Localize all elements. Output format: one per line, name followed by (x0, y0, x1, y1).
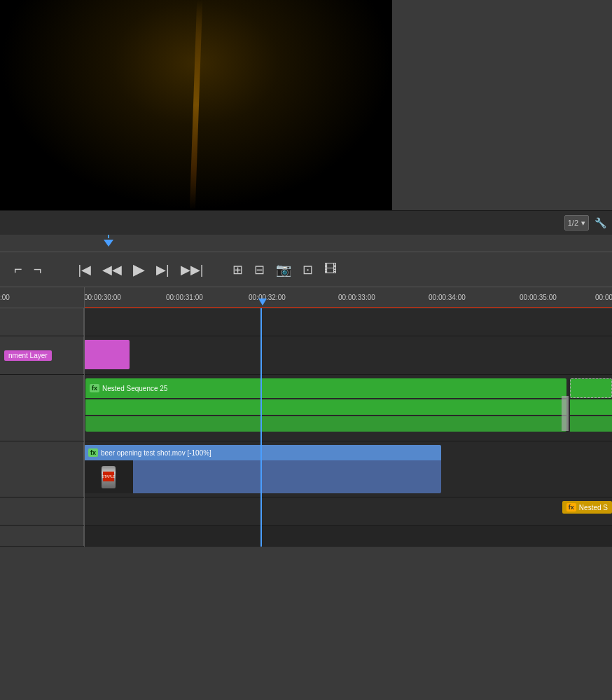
time-label-5: 00:00:34:00 (429, 294, 466, 301)
video-clip[interactable]: fx beer opening test shot.mov [-100%] ST… (84, 445, 441, 493)
video-preview (0, 0, 392, 210)
adjustment-clip[interactable] (84, 340, 130, 369)
nested-clip-name: Nested Sequence 25 (102, 385, 167, 392)
time-label-4: 00:00:33:00 (338, 294, 375, 301)
empty-track-top (0, 308, 612, 336)
go-to-out-button[interactable]: ▶▶| (181, 262, 204, 277)
film-button[interactable]: 🎞 (324, 262, 337, 277)
can-label: STAPLE (103, 472, 114, 481)
adjustment-track-content (84, 336, 612, 374)
time-label-7: 00:00: (595, 294, 612, 301)
nested-right-mid (570, 399, 612, 415)
nested-clip-right (570, 378, 612, 437)
mark-in-button[interactable]: ⌐ (14, 261, 22, 277)
transition-marker (562, 396, 569, 431)
resolution-select[interactable]: 1/2 ▾ (564, 215, 589, 231)
video-track-content: fx beer opening test shot.mov [-100%] ST… (84, 441, 612, 497)
side-panel (392, 0, 612, 210)
nested-clip-bot-bar (85, 416, 566, 432)
time-ruler: :00 00:00:30:00 00:00:31:00 00:00:32:00 … (0, 287, 612, 308)
spacer-label (0, 526, 84, 546)
time-label-3: 00:00:32:00 (249, 294, 286, 301)
nested-badge-label: Nested S (579, 504, 608, 512)
video-track-label (0, 441, 84, 497)
spacer-content (84, 526, 612, 546)
time-label-0: :00 (0, 294, 10, 301)
mark-out-button[interactable]: ¬ (34, 261, 42, 277)
playhead-marker (104, 235, 113, 247)
nested-badge[interactable]: fx Nested S (562, 501, 612, 514)
bottom-track-content: fx Nested S (84, 497, 612, 525)
track-label-divider (84, 287, 85, 547)
video-frame (0, 0, 392, 210)
nested-clip-top-bar: fx Nested Sequence 25 (85, 378, 566, 398)
track-content-empty-top (84, 308, 612, 336)
nested-right-top (570, 378, 612, 398)
nested-badge-fx: fx (566, 503, 576, 512)
resolution-dropdown-icon: ▾ (581, 219, 585, 228)
preview-section (0, 0, 612, 210)
resolution-value: 1/2 (568, 219, 578, 227)
export-frame-button[interactable]: ⊡ (302, 262, 313, 277)
nested-right-bot (570, 416, 612, 432)
bottom-track-row: fx Nested S (0, 497, 612, 526)
timeline-section: :00 00:00:30:00 00:00:31:00 00:00:32:00 … (0, 287, 612, 547)
beer-can-shape: STAPLE (102, 466, 116, 488)
nested-sequence-track-row: fx Nested Sequence 25 (0, 375, 612, 441)
video-clip-name: beer opening test shot.mov [-100%] (101, 449, 211, 457)
time-label-6: 00:00:35:00 (520, 294, 557, 301)
track-area: nment Layer fx Nested Sequence 25 (0, 308, 612, 547)
adjustment-track-label: nment Layer (0, 336, 84, 374)
time-label-2: 00:00:31:00 (166, 294, 203, 301)
playhead-ruler-marker (258, 298, 267, 306)
playhead-triangle (104, 240, 113, 247)
overlay-edit-button[interactable]: ⊟ (254, 262, 265, 277)
bottom-track-label (0, 497, 84, 525)
go-to-in-button[interactable]: |◀ (78, 262, 91, 277)
insert-edit-button[interactable]: ⊞ (232, 262, 243, 277)
play-button[interactable]: ▶ (133, 261, 145, 279)
adjustment-label-text: nment Layer (4, 350, 52, 361)
settings-icon[interactable]: 🔧 (594, 217, 606, 228)
nested-clip-mid-bar (85, 399, 566, 415)
fx-badge-nested: fx (90, 384, 99, 392)
nested-track-content: fx Nested Sequence 25 (84, 375, 612, 441)
nested-sequence-clip[interactable]: fx Nested Sequence 25 (84, 378, 612, 437)
transport-controls: ⌐ ¬ |◀ ◀◀ ▶ ▶| ▶▶| ⊞ ⊟ 📷 ⊡ 🎞 (0, 252, 612, 287)
video-clip-track-row: fx beer opening test shot.mov [-100%] ST… (0, 441, 612, 497)
nested-track-label (0, 375, 84, 441)
thumbnail-image: STAPLE (84, 460, 133, 493)
time-labels: :00 00:00:30:00 00:00:31:00 00:00:32:00 … (0, 287, 612, 308)
video-clip-thumbnail: STAPLE (84, 460, 441, 493)
rewind-button[interactable]: ◀◀ (102, 262, 122, 277)
time-label-1: 00:00:30:00 (84, 294, 121, 301)
video-clip-blue-fill (133, 460, 441, 493)
camera-button[interactable]: 📷 (276, 262, 291, 277)
step-forward-button[interactable]: ▶| (156, 262, 169, 277)
adjustment-track-row: nment Layer (0, 336, 612, 375)
fx-badge-video: fx (88, 448, 98, 457)
video-streak (190, 0, 202, 210)
video-clip-header: fx beer opening test shot.mov [-100%] (84, 445, 441, 460)
timeline-ruler (0, 235, 612, 252)
controls-bar: 1/2 ▾ 🔧 (0, 210, 612, 235)
track-label-empty-top (0, 308, 84, 336)
bottom-spacer (0, 526, 612, 547)
